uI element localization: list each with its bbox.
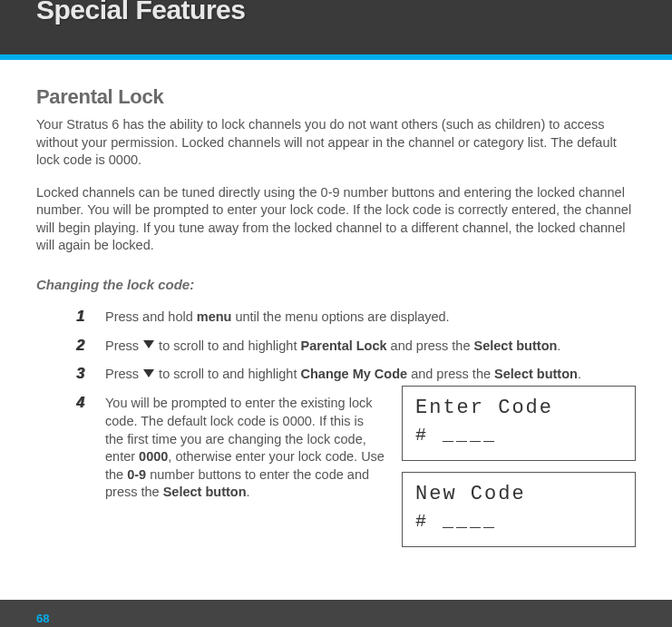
step-3: 3 Press to scroll to and highlight Chang… — [76, 366, 636, 384]
section-title: Parental Lock — [36, 85, 636, 109]
content-area: Parental Lock Your Stratus 6 has the abi… — [0, 60, 672, 547]
bold-run: menu — [197, 309, 232, 324]
down-arrow-icon — [142, 366, 155, 384]
step-4-row: You will be prompted to enter the existi… — [105, 395, 636, 546]
bold-run: Select button — [474, 338, 558, 353]
step-text: You will be prompted to enter the existi… — [105, 395, 385, 501]
text-run: Press — [105, 338, 142, 353]
step-text: Press and hold menu until the menu optio… — [105, 309, 636, 327]
bold-run: Select button — [494, 367, 578, 381]
screen-mockups: Enter Code # ____ New Code # ____ — [402, 386, 636, 546]
intro-paragraph-2: Locked channels can be tuned directly us… — [36, 184, 636, 255]
intro-paragraph-1: Your Stratus 6 has the ability to lock c… — [36, 116, 636, 170]
step-text: Press to scroll to and highlight Change … — [105, 366, 636, 384]
text-run: Press — [105, 367, 142, 381]
screen-line-1: Enter Code — [415, 396, 622, 422]
step-2: 2 Press to scroll to and highlight Paren… — [76, 338, 636, 356]
page-number: 68 — [36, 612, 49, 625]
bold-run: Parental Lock — [301, 338, 387, 353]
step-text: Press to scroll to and highlight Parenta… — [105, 338, 636, 356]
screen-line-2: # ____ — [415, 424, 622, 447]
header-bar: Special Features — [0, 0, 672, 54]
step-number: 1 — [76, 309, 87, 325]
new-code-screen: New Code # ____ — [402, 472, 636, 547]
text-run: until the menu options are displayed. — [231, 309, 449, 324]
screen-line-1: New Code — [415, 482, 622, 508]
text-run: and press the — [387, 338, 474, 353]
bold-run: Change My Code — [301, 367, 408, 381]
footer-bar — [0, 600, 672, 627]
subheading: Changing the lock code: — [36, 277, 636, 292]
step-1: 1 Press and hold menu until the menu opt… — [76, 309, 636, 327]
down-arrow-icon — [142, 337, 155, 355]
text-run: Press and hold — [105, 309, 197, 324]
bold-run: Select button — [163, 485, 247, 499]
step-number: 4 — [76, 395, 87, 411]
text-run: to scroll to and highlight — [155, 367, 300, 381]
step-number: 2 — [76, 338, 87, 354]
svg-marker-0 — [143, 340, 154, 348]
bold-run: 0-9 — [127, 467, 146, 482]
step-4: 4 You will be prompted to enter the exis… — [76, 395, 636, 546]
text-run: and press the — [407, 367, 494, 381]
step-number: 3 — [76, 366, 87, 382]
svg-marker-1 — [143, 369, 154, 377]
text-run: . — [578, 367, 581, 381]
enter-code-screen: Enter Code # ____ — [402, 386, 636, 461]
screen-line-2: # ____ — [415, 510, 622, 534]
bold-run: 0000 — [139, 449, 168, 464]
steps-list: 1 Press and hold menu until the menu opt… — [36, 309, 636, 547]
text-run: . — [557, 338, 560, 353]
page-title: Special Features — [36, 0, 647, 24]
text-run: . — [247, 485, 250, 499]
text-run: to scroll to and highlight — [155, 338, 300, 353]
